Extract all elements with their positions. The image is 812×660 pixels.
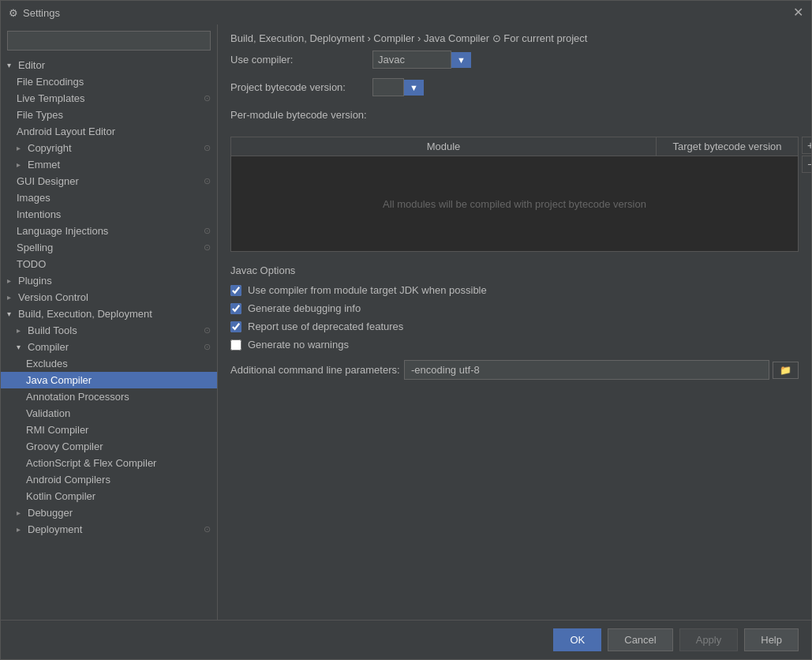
sidebar: ▾ Editor File Encodings Live Templates ⊙… xyxy=(1,24,218,620)
use-compiler-label: Use compiler: xyxy=(230,54,372,66)
sidebar-item-label: Images xyxy=(17,192,51,204)
checkbox-report-deprecated: Report use of deprecated features xyxy=(230,321,799,332)
sidebar-item-language-injections[interactable]: Language Injections ⊙ xyxy=(1,223,217,239)
report-deprecated-checkbox[interactable] xyxy=(230,321,241,332)
sidebar-item-images[interactable]: Images xyxy=(1,189,217,206)
per-module-row: Per-module bytecode version: xyxy=(230,106,799,127)
sidebar-item-deployment[interactable]: ▸ Deployment ⊙ xyxy=(1,521,217,538)
sidebar-item-live-templates[interactable]: Live Templates ⊙ xyxy=(1,90,217,107)
app-icon: ⚙ xyxy=(9,7,18,19)
sidebar-item-build-execution[interactable]: ▾ Build, Execution, Deployment xyxy=(1,306,217,322)
title-bar: ⚙ Settings ✕ xyxy=(1,1,811,24)
sidebar-item-label: Live Templates xyxy=(17,92,84,104)
checkbox-use-module-target: Use compiler from module target JDK when… xyxy=(230,284,799,296)
main-content: Build, Execution, Deployment › Compiler … xyxy=(218,24,811,620)
checkbox-generate-debugging: Generate debugging info xyxy=(230,302,799,314)
cancel-button[interactable]: Cancel xyxy=(608,628,672,651)
sidebar-item-label: Kotlin Compiler xyxy=(26,490,95,502)
content-area: ▾ Editor File Encodings Live Templates ⊙… xyxy=(1,24,811,620)
arrow-icon: ▸ xyxy=(17,525,24,534)
sidebar-item-build-tools[interactable]: ▸ Build Tools ⊙ xyxy=(1,322,217,339)
bytecode-version-label: Project bytecode version: xyxy=(230,81,372,93)
sidebar-item-validation[interactable]: Validation xyxy=(1,405,217,422)
sidebar-item-label: TODO xyxy=(17,258,46,270)
close-button[interactable]: ✕ xyxy=(793,6,803,19)
sidebar-item-label: Editor xyxy=(18,59,45,71)
generate-no-warnings-label: Generate no warnings xyxy=(248,339,349,351)
sidebar-item-emmet[interactable]: ▸ Emmet xyxy=(1,156,217,173)
col-version-header: Target bytecode version xyxy=(656,137,798,156)
use-compiler-row: Use compiler: Javac ▼ xyxy=(230,51,799,69)
sidebar-item-label: Version Control xyxy=(18,291,88,303)
sidebar-item-label: Excludes xyxy=(26,358,68,369)
sidebar-item-annotation-processors[interactable]: Annotation Processors xyxy=(1,388,217,405)
sidebar-item-label: GUI Designer xyxy=(17,175,79,187)
sidebar-item-android-layout-editor[interactable]: Android Layout Editor xyxy=(1,123,217,140)
arrow-icon: ▸ xyxy=(17,326,24,335)
copy-icon: ⊙ xyxy=(204,342,211,352)
use-compiler-select[interactable]: Javac xyxy=(372,51,451,69)
sidebar-item-label: RMI Compiler xyxy=(26,424,88,436)
remove-module-button[interactable]: − xyxy=(802,156,811,173)
sidebar-tree: ▾ Editor File Encodings Live Templates ⊙… xyxy=(1,57,217,620)
ok-button[interactable]: OK xyxy=(553,628,601,651)
sidebar-item-label: Build, Execution, Deployment xyxy=(18,308,152,320)
sidebar-item-label: Android Layout Editor xyxy=(17,126,115,137)
breadcrumb: Build, Execution, Deployment › Compiler … xyxy=(218,24,811,51)
sidebar-item-label: Emmet xyxy=(28,159,60,171)
sidebar-item-label: ActionScript & Flex Compiler xyxy=(26,457,156,469)
sidebar-item-java-compiler[interactable]: Java Compiler xyxy=(1,372,217,388)
sidebar-item-rmi-compiler[interactable]: RMI Compiler xyxy=(1,422,217,438)
use-compiler-arrow[interactable]: ▼ xyxy=(451,52,471,68)
sidebar-item-version-control[interactable]: ▸ Version Control xyxy=(1,289,217,306)
bytecode-version-dropdown-wrapper: ▼ xyxy=(372,78,424,96)
sidebar-item-label: Copyright xyxy=(28,142,72,154)
generate-no-warnings-checkbox[interactable] xyxy=(230,339,241,351)
sidebar-item-label: Spelling xyxy=(17,242,53,253)
sidebar-item-compiler[interactable]: ▾ Compiler ⊙ xyxy=(1,339,217,355)
sidebar-item-groovy-compiler[interactable]: Groovy Compiler xyxy=(1,438,217,455)
sidebar-item-spelling[interactable]: Spelling ⊙ xyxy=(1,239,217,256)
sidebar-item-file-encodings[interactable]: File Encodings xyxy=(1,73,217,90)
sidebar-item-android-compilers[interactable]: Android Compilers xyxy=(1,471,217,488)
sidebar-item-plugins[interactable]: ▸ Plugins xyxy=(1,272,217,289)
col-module-header: Module xyxy=(231,137,656,156)
folder-icon: 📁 xyxy=(780,365,791,376)
arrow-icon: ▸ xyxy=(17,144,24,152)
sidebar-item-copyright[interactable]: ▸ Copyright ⊙ xyxy=(1,140,217,156)
sidebar-item-gui-designer[interactable]: GUI Designer ⊙ xyxy=(1,173,217,189)
sidebar-item-kotlin-compiler[interactable]: Kotlin Compiler xyxy=(1,488,217,504)
arrow-icon: ▾ xyxy=(17,343,24,351)
sidebar-item-editor[interactable]: ▾ Editor xyxy=(1,57,217,73)
sidebar-item-label: Compiler xyxy=(28,341,69,353)
sidebar-item-actionscript-compiler[interactable]: ActionScript & Flex Compiler xyxy=(1,455,217,471)
sidebar-item-label: Groovy Compiler xyxy=(26,441,103,452)
cmd-params-browse-button[interactable]: 📁 xyxy=(773,362,799,379)
bytecode-version-arrow[interactable]: ▼ xyxy=(404,80,424,96)
use-module-target-checkbox[interactable] xyxy=(230,285,241,296)
search-input[interactable] xyxy=(7,31,211,51)
arrow-icon: ▸ xyxy=(17,160,24,169)
sidebar-item-label: Build Tools xyxy=(28,324,77,336)
copy-icon: ⊙ xyxy=(204,93,211,103)
arrow-icon: ▾ xyxy=(7,309,15,318)
add-module-button[interactable]: + xyxy=(802,137,811,154)
help-button[interactable]: Help xyxy=(744,628,799,651)
apply-button[interactable]: Apply xyxy=(679,628,739,651)
sidebar-item-label: Debugger xyxy=(28,507,73,519)
sidebar-item-intentions[interactable]: Intentions xyxy=(1,206,217,223)
bytecode-version-select[interactable] xyxy=(372,78,404,96)
generate-debugging-checkbox[interactable] xyxy=(230,303,241,314)
module-table: Module Target bytecode version All modul… xyxy=(230,137,799,252)
sidebar-item-todo[interactable]: TODO xyxy=(1,256,217,272)
sidebar-item-label: Plugins xyxy=(18,275,52,287)
copy-icon: ⊙ xyxy=(204,176,211,186)
sidebar-item-label: File Types xyxy=(17,109,63,121)
sidebar-item-excludes[interactable]: Excludes xyxy=(1,355,217,372)
table-header: Module Target bytecode version xyxy=(231,137,798,156)
sidebar-item-debugger[interactable]: ▸ Debugger xyxy=(1,504,217,521)
cmd-params-input[interactable] xyxy=(404,360,769,380)
copy-icon: ⊙ xyxy=(204,325,211,336)
sidebar-item-file-types[interactable]: File Types xyxy=(1,107,217,123)
sidebar-item-label: Java Compiler xyxy=(26,374,92,386)
